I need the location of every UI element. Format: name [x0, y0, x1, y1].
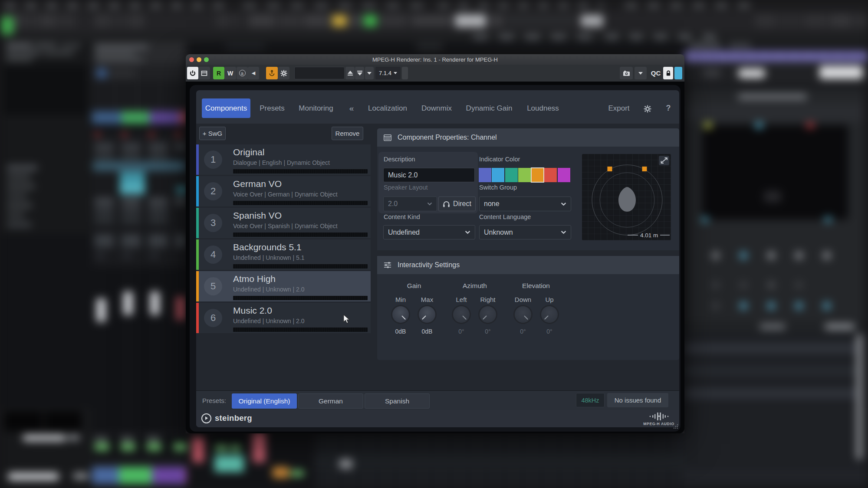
gain-max-knob[interactable]	[419, 306, 435, 323]
preset-original-button[interactable]: Original (English)	[232, 393, 297, 409]
elevation-down-knob[interactable]	[515, 306, 531, 323]
bypass-button[interactable]	[198, 67, 210, 79]
azimuth-group-label: Azimuth	[463, 282, 487, 290]
functions-button[interactable]	[278, 67, 289, 79]
svg-text:MPEG-H AUDIO: MPEG-H AUDIO	[643, 422, 674, 426]
component-color-bar	[196, 303, 199, 333]
window-titlebar[interactable]: MPEG-H Renderer: Ins. 1 - Renderer for M…	[186, 54, 684, 65]
arrow-left-icon: ◀	[252, 70, 255, 76]
knob-value: 0°	[520, 328, 526, 335]
gain-min-knob[interactable]	[392, 306, 409, 323]
next-preset-button[interactable]	[355, 67, 364, 79]
description-input[interactable]	[383, 168, 475, 182]
lock-icon	[666, 70, 671, 76]
plugin-footer: steinberg	[196, 410, 679, 427]
content-kind-label: Content Kind	[384, 213, 420, 220]
add-switch-group-button[interactable]: + SwG	[199, 127, 226, 140]
tab-export[interactable]: Export	[608, 98, 629, 118]
component-name: German VO	[233, 179, 282, 189]
component-row[interactable]: 4 Backgrounds 5.1 Undefined | Unknown | …	[196, 239, 371, 270]
component-properties-header: Component Properties: Channel	[377, 128, 679, 147]
knob-value: 0°	[485, 328, 490, 335]
qc-focus-indicator[interactable]	[674, 67, 682, 79]
component-color-bar	[196, 176, 199, 206]
activate-button[interactable]	[187, 67, 198, 79]
help-button[interactable]: ?	[666, 98, 671, 118]
tab-loudness[interactable]: Loudness	[527, 98, 559, 118]
color-swatch[interactable]	[479, 168, 491, 182]
color-swatch-selected[interactable]	[531, 168, 544, 182]
component-color-bar	[196, 271, 199, 301]
plugin-body: Components Presets Monitoring « Localiza…	[186, 82, 684, 433]
preset-spanish-button[interactable]: Spanish	[365, 393, 430, 409]
output-layout-select[interactable]: 7.1.4	[375, 67, 401, 79]
component-number: 6	[204, 309, 222, 327]
radar-distance-label: 4.01 m	[640, 232, 658, 239]
copy-a-b-icon-button[interactable]: ◀	[248, 67, 259, 79]
elevation-up-knob[interactable]	[541, 306, 558, 323]
tab-monitoring[interactable]: Monitoring	[299, 98, 333, 118]
section-title: Component Properties: Channel	[398, 134, 497, 141]
component-row[interactable]: 2 German VO Voice Over | German | Dynami…	[196, 176, 371, 206]
remove-component-button[interactable]: Remove	[332, 127, 363, 140]
read-automation-button[interactable]: R	[213, 67, 224, 79]
azimuth-right-knob[interactable]	[480, 306, 496, 323]
component-row[interactable]: 3 Spanish VO Voice Over | Spanish | Dyna…	[196, 208, 371, 238]
color-swatch[interactable]	[558, 168, 570, 182]
steinberg-logo-text: steinberg	[215, 413, 252, 423]
knob-label: Down	[515, 296, 531, 303]
elevation-group-label: Elevation	[522, 282, 550, 290]
switch-group-select[interactable]: none	[479, 197, 571, 211]
components-content: + SwG Remove 1 Original Dialogue | Engli…	[196, 124, 679, 390]
qc-lock-button[interactable]	[663, 67, 673, 79]
speaker-layout-select[interactable]: 2.0	[383, 197, 437, 211]
component-meta: Voice Over | Spanish | Dynamic Object	[233, 223, 338, 229]
sidechain-button[interactable]	[266, 67, 278, 79]
presets-label: Presets:	[202, 391, 226, 410]
settings-gear-button[interactable]	[644, 98, 651, 118]
content-language-select[interactable]: Unknown	[479, 225, 571, 239]
component-color-bar	[196, 239, 199, 270]
camera-icon	[623, 70, 630, 76]
azimuth-left-knob[interactable]	[453, 306, 470, 323]
color-swatch[interactable]	[518, 168, 531, 182]
color-swatch[interactable]	[505, 168, 518, 182]
chevron-down-icon	[638, 72, 643, 75]
chevron-down-icon	[561, 230, 566, 234]
tab-dynamic-gain[interactable]: Dynamic Gain	[466, 98, 513, 118]
chevron-down-icon	[367, 72, 372, 75]
component-meta: Dialogue | English | Dynamic Object	[233, 159, 330, 166]
collapse-tabs-button[interactable]: «	[349, 98, 354, 118]
sample-rate-badge: 48kHz	[576, 393, 605, 407]
previous-preset-button[interactable]	[345, 67, 355, 79]
direct-button[interactable]: Direct	[438, 197, 476, 211]
component-level-meter	[233, 201, 368, 205]
content-kind-select[interactable]: Undefined	[383, 225, 475, 239]
write-automation-button[interactable]: W	[224, 67, 236, 79]
component-meta: Undefined | Unknown | 2.0	[233, 318, 305, 324]
preset-german-button[interactable]: German	[298, 393, 363, 409]
snapshot-button[interactable]	[620, 67, 633, 79]
component-meta: Voice Over | German | Dynamic Object	[233, 191, 338, 198]
component-number: 5	[204, 277, 222, 295]
preset-name-field[interactable]	[294, 67, 345, 79]
component-row[interactable]: 1 Original Dialogue | English | Dynamic …	[196, 144, 371, 175]
toolbar-spacer-button[interactable]	[402, 67, 408, 79]
tab-components[interactable]: Components	[202, 98, 250, 118]
color-swatch[interactable]	[544, 168, 557, 182]
tab-downmix[interactable]: Downmix	[421, 98, 452, 118]
tab-localization[interactable]: Localization	[368, 98, 407, 118]
position-radar[interactable]: 4.01 m	[582, 154, 671, 240]
resize-grip[interactable]	[673, 424, 678, 429]
component-number: 3	[204, 214, 222, 232]
anchor-icon	[269, 70, 275, 76]
snapshot-menu-button[interactable]	[635, 67, 647, 79]
bypass-icon	[201, 70, 207, 76]
color-swatch[interactable]	[492, 168, 504, 182]
tab-presets[interactable]: Presets	[260, 98, 285, 118]
component-level-meter	[233, 328, 368, 332]
preset-menu-button[interactable]	[365, 67, 374, 79]
section-title: Interactivity Settings	[398, 261, 460, 269]
switch-a-b-button[interactable]: a	[237, 67, 248, 79]
component-row-selected[interactable]: 5 Atmo High Undefined | Unknown | 2.0	[196, 271, 371, 301]
